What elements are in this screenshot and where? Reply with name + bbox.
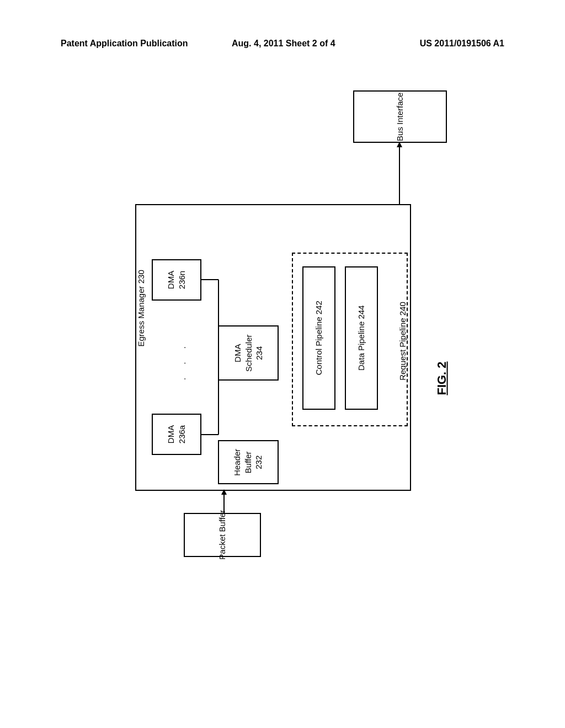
arrow-packet-to-egress xyxy=(220,488,228,516)
request-pipeline-label: Request Pipeline 240 xyxy=(398,302,407,381)
dma-ellipsis: . . . xyxy=(178,341,187,380)
header-publication: Patent Application Publication xyxy=(61,39,188,49)
dma-scheduler-box: DMA Scheduler 234 xyxy=(218,325,279,381)
bus-interface-box: Bus Interface xyxy=(353,90,447,143)
control-pipeline-label: Control Pipeline 242 xyxy=(313,301,324,375)
header-patent-number: US 2011/0191506 A1 xyxy=(420,39,504,49)
egress-manager-label: Egress Manager 230 xyxy=(136,270,146,346)
svg-marker-3 xyxy=(397,142,402,147)
diagram-canvas: Packet Buffer Bus Interface Egress Manag… xyxy=(61,83,502,634)
dma-236a-label: DMA 236a xyxy=(166,425,188,443)
figure-label: FIG. 2 xyxy=(435,361,449,395)
bus-interface-label: Bus Interface xyxy=(395,92,406,141)
line-dma-a-to-scheduler xyxy=(201,374,234,437)
header-date-sheet: Aug. 4, 2011 Sheet 2 of 4 xyxy=(232,39,335,49)
dma-scheduler-label: DMA Scheduler 234 xyxy=(232,334,265,372)
packet-buffer-label: Packet Buffer xyxy=(217,510,228,560)
control-pipeline-box: Control Pipeline 242 xyxy=(302,266,335,410)
header-buffer-label: Header Buffer 232 xyxy=(232,448,265,475)
header-buffer-box: Header Buffer 232 xyxy=(218,440,279,484)
data-pipeline-label: Data Pipeline 244 xyxy=(356,306,367,371)
data-pipeline-box: Data Pipeline 244 xyxy=(345,266,378,410)
packet-buffer-box: Packet Buffer xyxy=(184,513,261,557)
dma-236n-label: DMA 236n xyxy=(166,271,188,289)
arrow-egress-to-bus xyxy=(395,141,404,207)
line-dma-n-to-scheduler xyxy=(201,277,234,332)
svg-marker-1 xyxy=(221,489,227,495)
dma-236n-box: DMA 236n xyxy=(152,259,201,301)
dma-236a-box: DMA 236a xyxy=(152,414,201,455)
